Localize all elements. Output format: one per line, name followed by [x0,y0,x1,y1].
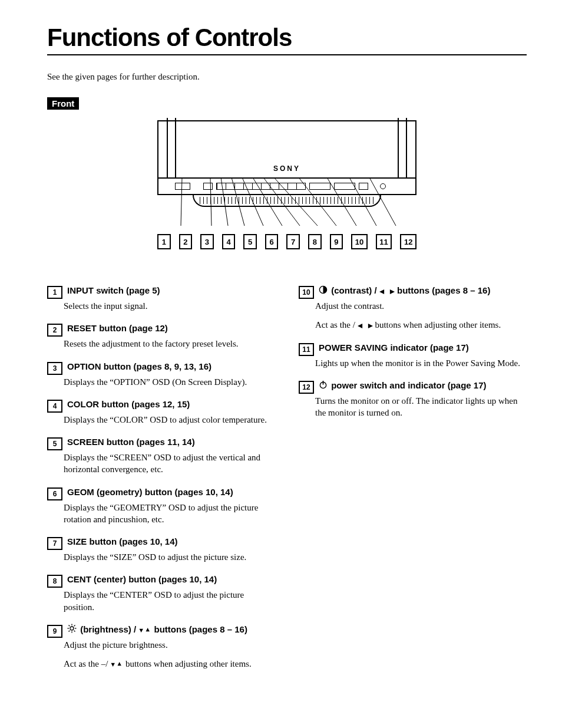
control-item-6: 6GEOM (geometry) button (pages 10, 14)Di… [47,486,275,526]
item-number: 8 [47,575,62,588]
svg-line-17 [69,625,70,627]
item-number: 6 [47,487,62,500]
control-item-2: 2RESET button (page 12)Resets the adjust… [47,322,275,350]
control-item-3: 3OPTION button (pages 8, 9, 13, 16)Displ… [47,361,275,388]
item-title: (contrast) / buttons (pages 8 – 16) [319,285,490,297]
item-body: Resets the adjustment to the factory pre… [64,338,275,350]
monitor-diagram: SONY [47,120,527,249]
front-badge: Front [47,97,79,110]
item-title: INPUT switch (page 5) [67,285,160,297]
item-body: Adjust the picture brightness.Act as the… [64,639,275,670]
item-body: Displays the “SIZE” OSD to adjust the pi… [64,551,275,563]
item-number: 11 [299,343,314,356]
item-body: Turns the monitor on or off. The indicat… [315,395,527,419]
item-title: COLOR button (pages 12, 15) [67,398,190,410]
callout-4: 4 [222,234,236,249]
intro-text: See the given pages for further descript… [47,72,527,82]
contrast-icon [319,285,328,297]
title-rule [47,54,527,55]
item-title: SCREEN button (pages 11, 14) [67,436,195,448]
callout-row: 1 2 3 4 5 6 7 8 9 10 11 12 [157,234,416,249]
callout-6: 6 [265,234,279,249]
svg-line-18 [74,631,75,632]
item-body: Adjust the contrast.Act as the / buttons… [315,300,527,331]
item-title: SIZE button (pages 10, 14) [67,536,178,548]
brightness-icon [67,624,77,636]
item-body: Displays the “GEOMETRY” OSD to adjust th… [64,502,275,526]
svg-line-20 [69,631,70,632]
item-title: CENT (center) button (pages 10, 14) [67,574,217,585]
control-item-4: 4COLOR button (pages 12, 15)Displays the… [47,398,275,426]
callout-11: 11 [376,234,392,249]
callout-1: 1 [157,234,171,249]
item-number: 10 [299,286,314,299]
svg-line-19 [74,625,75,627]
item-title: GEOM (geometry) button (pages 10, 14) [67,486,233,498]
callout-7: 7 [286,234,300,249]
callout-5: 5 [243,234,257,249]
control-item-9: 9 (brightness) / buttons (pages 8 – 16)A… [47,624,275,670]
control-item-5: 5SCREEN button (pages 11, 14)Displays th… [47,436,275,476]
item-title: OPTION button (pages 8, 9, 13, 16) [67,361,211,373]
svg-point-12 [70,627,74,630]
item-body: Lights up when the monitor is in the Pow… [315,357,527,369]
callout-12: 12 [400,234,416,249]
callout-3: 3 [200,234,214,249]
callout-10: 10 [351,234,368,249]
item-number: 2 [47,324,62,337]
brand-label: SONY [158,164,415,173]
callout-2: 2 [179,234,193,249]
control-item-11: 11POWER SAVING indicator (page 17)Lights… [299,342,527,369]
control-item-1: 1INPUT switch (page 5)Selects the input … [47,285,275,312]
control-item-8: 8CENT (center) button (pages 10, 14)Disp… [47,574,275,613]
right-column: 10 (contrast) / buttons (pages 8 – 16)Ad… [299,285,527,680]
item-number: 9 [47,625,62,638]
item-number: 4 [47,400,62,413]
item-body: Displays the “OPTION” OSD (On Screen Dis… [64,376,275,388]
item-body: Selects the input signal. [64,300,275,312]
item-number: 1 [47,286,62,299]
item-number: 12 [299,381,314,394]
item-body: Displays the “SCREEN” OSD to adjust the … [64,452,275,476]
control-item-10: 10 (contrast) / buttons (pages 8 – 16)Ad… [299,285,527,331]
callout-8: 8 [308,234,322,249]
item-number: 7 [47,537,62,550]
item-number: 5 [47,437,62,450]
item-title: POWER SAVING indicator (page 17) [319,342,469,354]
item-title: power switch and indicator (page 17) [319,380,487,392]
item-body: Displays the “CENTER” OSD to adjust the … [64,589,275,613]
item-body: Displays the “COLOR” OSD to adjust color… [64,414,275,426]
power-icon [319,380,328,392]
left-column: 1INPUT switch (page 5)Selects the input … [47,285,275,680]
item-title: (brightness) / buttons (pages 8 – 16) [67,624,247,637]
callout-9: 9 [330,234,343,249]
item-number: 3 [47,362,62,375]
page-title: Functions of Controls [47,24,527,52]
item-title: RESET button (page 12) [67,322,168,334]
control-item-7: 7SIZE button (pages 10, 14)Displays the … [47,536,275,563]
control-item-12: 12 power switch and indicator (page 17)T… [299,380,527,419]
